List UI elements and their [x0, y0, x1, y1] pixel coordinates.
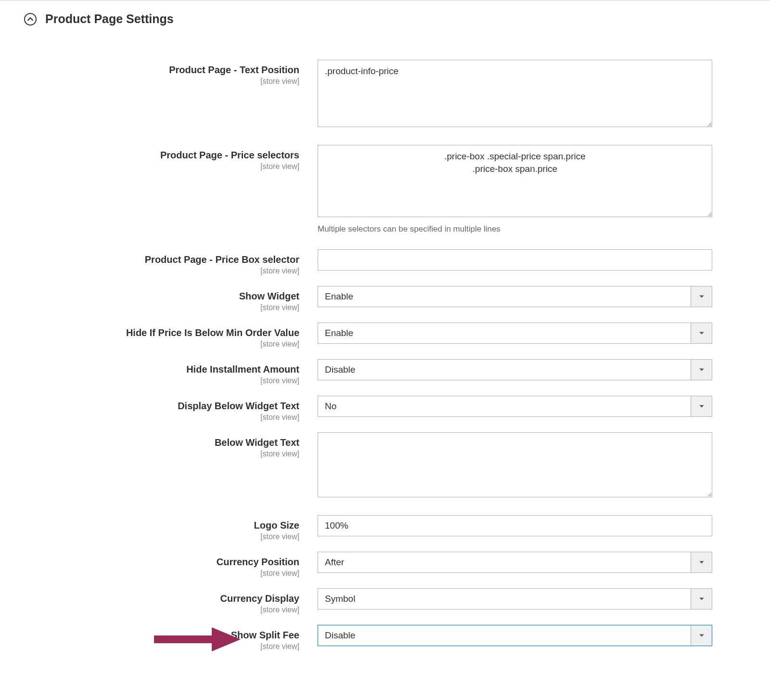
field-hide-below-min: Hide If Price Is Below Min Order Value […	[29, 323, 741, 349]
chevron-down-icon	[691, 286, 712, 307]
field-scope: [store view]	[29, 413, 299, 422]
field-hide-installment: Hide Installment Amount [store view] Dis…	[29, 359, 741, 385]
field-scope: [store view]	[29, 267, 299, 275]
price-selectors-input[interactable]	[318, 145, 712, 217]
field-currency-display: Currency Display [store view] Symbol	[29, 588, 741, 614]
hide-installment-select[interactable]: Disable	[318, 359, 712, 380]
select-value: Symbol	[318, 594, 691, 604]
field-label: Below Widget Text	[215, 437, 299, 448]
field-currency-position: Currency Position [store view] After	[29, 552, 741, 578]
select-value: Disable	[318, 364, 691, 375]
field-show-split-fee: Show Split Fee [store view] Disable	[29, 625, 741, 651]
chevron-down-icon	[691, 552, 712, 572]
chevron-down-icon	[691, 323, 712, 343]
field-scope: [store view]	[29, 606, 299, 614]
section-header[interactable]: Product Page Settings	[0, 0, 770, 31]
field-scope: [store view]	[29, 532, 299, 541]
field-scope: [store view]	[29, 450, 299, 458]
field-scope: [store view]	[29, 376, 299, 385]
field-label: Product Page - Price selectors	[160, 150, 299, 160]
field-label: Display Below Widget Text	[178, 401, 299, 411]
field-label: Show Split Fee	[231, 630, 299, 640]
field-text-position: Product Page - Text Position [store view…	[29, 60, 741, 130]
field-scope: [store view]	[29, 162, 299, 171]
section-title: Product Page Settings	[45, 12, 174, 26]
field-label: Hide Installment Amount	[186, 364, 299, 375]
select-value: Disable	[318, 630, 691, 641]
field-label: Product Page - Price Box selector	[145, 254, 299, 265]
select-value: No	[318, 401, 691, 412]
currency-display-select[interactable]: Symbol	[318, 588, 712, 609]
chevron-down-icon	[691, 589, 712, 609]
field-show-widget: Show Widget [store view] Enable	[29, 286, 741, 312]
field-label: Currency Display	[220, 593, 299, 604]
field-label: Logo Size	[254, 520, 299, 531]
logo-size-input[interactable]	[318, 515, 712, 536]
collapse-icon	[24, 13, 37, 26]
chevron-down-icon	[691, 625, 712, 646]
below-widget-text-input[interactable]	[318, 432, 712, 497]
hide-below-min-select[interactable]: Enable	[318, 323, 712, 344]
field-display-below-widget-text: Display Below Widget Text [store view] N…	[29, 396, 741, 422]
select-value: After	[318, 557, 691, 568]
show-widget-select[interactable]: Enable	[318, 286, 712, 307]
price-selectors-note: Multiple selectors can be specified in m…	[318, 224, 712, 234]
field-label: Hide If Price Is Below Min Order Value	[126, 327, 299, 338]
field-scope: [store view]	[29, 77, 299, 86]
field-scope: [store view]	[29, 340, 299, 349]
field-below-widget-text: Below Widget Text [store view]	[29, 432, 741, 500]
field-logo-size: Logo Size [store view]	[29, 515, 741, 541]
select-value: Enable	[318, 291, 691, 302]
show-split-fee-select[interactable]: Disable	[318, 625, 712, 646]
currency-position-select[interactable]: After	[318, 552, 712, 573]
settings-section: Product Page Settings Product Page - Tex…	[0, 0, 770, 681]
select-value: Enable	[318, 328, 691, 338]
field-scope: [store view]	[29, 303, 299, 312]
field-price-selectors: Product Page - Price selectors [store vi…	[29, 145, 741, 234]
field-label: Show Widget	[239, 291, 299, 301]
field-price-box-selector: Product Page - Price Box selector [store…	[29, 249, 741, 275]
field-label: Product Page - Text Position	[169, 65, 299, 75]
field-scope: [store view]	[29, 569, 299, 578]
field-label: Currency Position	[217, 557, 299, 567]
fields-container: Product Page - Text Position [store view…	[0, 31, 770, 681]
text-position-input[interactable]	[318, 60, 712, 127]
price-box-selector-input[interactable]	[318, 249, 712, 271]
chevron-down-icon	[691, 360, 712, 380]
display-below-widget-text-select[interactable]: No	[318, 396, 712, 417]
field-scope: [store view]	[29, 642, 299, 651]
chevron-down-icon	[691, 396, 712, 416]
